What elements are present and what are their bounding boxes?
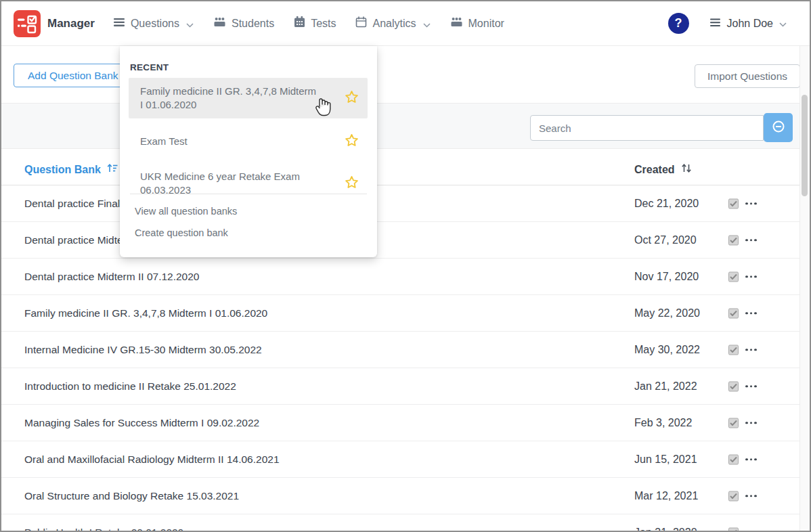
recent-question-bank-item[interactable]: Exam Test <box>129 129 368 154</box>
column-header-question-bank[interactable]: Question Bank <box>24 163 118 176</box>
row-checkbox[interactable] <box>728 381 739 391</box>
row-created: Mar 12, 2021 <box>634 490 698 502</box>
chevron-down-icon <box>186 18 194 30</box>
star-favorite-icon[interactable] <box>345 133 359 150</box>
chevron-down-icon <box>423 18 431 30</box>
users-icon <box>450 17 463 30</box>
check-icon <box>730 529 737 532</box>
row-actions-menu-icon[interactable] <box>744 236 758 244</box>
recent-section-label: RECENT <box>130 62 169 72</box>
table-row[interactable]: Dental practice Midterm II 07.12.2020 No… <box>1 259 810 295</box>
chevron-down-icon <box>779 18 787 30</box>
dropdown-recent-list: Family medicine II GR. 3,4,7,8 Midterm I… <box>129 78 368 202</box>
scrollbar-thumb[interactable] <box>802 95 808 196</box>
minus-circle-icon <box>771 119 786 136</box>
search-input[interactable] <box>530 115 764 141</box>
nav-label-analytics: Analytics <box>372 18 416 30</box>
row-checkbox[interactable] <box>728 454 739 464</box>
create-question-bank-link[interactable]: Create question bank <box>135 227 228 238</box>
row-actions-menu-icon[interactable] <box>744 419 758 427</box>
row-created: May 22, 2020 <box>634 307 700 319</box>
column-label: Question Bank <box>24 164 101 176</box>
row-actions-menu-icon[interactable] <box>744 529 758 532</box>
check-icon <box>730 237 737 243</box>
import-questions-button[interactable]: Import Questions <box>695 64 800 88</box>
star-favorite-icon[interactable] <box>345 175 359 192</box>
row-name: Introduction to medicine II Retake 25.01… <box>24 380 236 393</box>
row-checkbox[interactable] <box>728 491 739 501</box>
star-favorite-icon[interactable] <box>345 90 359 106</box>
row-name: Family medicine II GR. 3,4,7,8 Midterm I… <box>24 307 267 319</box>
check-icon <box>730 347 737 353</box>
calendar-outline-icon <box>355 16 367 30</box>
hamburger-icon <box>709 18 721 30</box>
user-name: John Doe <box>727 18 774 30</box>
check-icon <box>730 383 737 389</box>
scrollbar-track[interactable] <box>799 46 810 532</box>
row-checkbox[interactable] <box>728 308 739 318</box>
column-label: Created <box>634 164 675 176</box>
nav-label-tests: Tests <box>311 18 336 30</box>
table-row[interactable]: Oral and Maxillofacial Radiology Midterm… <box>1 441 810 478</box>
row-name: Internal Medicine IV GR.15-30 Midterm 30… <box>24 344 262 356</box>
questions-dropdown-panel: RECENT Family medicine II GR. 3,4,7,8 Mi… <box>120 46 377 257</box>
column-header-created[interactable]: Created <box>634 163 692 176</box>
users-icon <box>213 17 226 30</box>
row-name: Oral and Maxillofacial Radiology Midterm… <box>24 453 280 466</box>
table-row[interactable]: Family medicine II GR. 3,4,7,8 Midterm I… <box>1 295 810 332</box>
row-checkbox[interactable] <box>728 527 739 532</box>
row-created: Oct 27, 2020 <box>634 234 697 246</box>
user-menu[interactable]: John Doe <box>709 18 787 30</box>
check-icon <box>730 420 737 426</box>
row-checkbox[interactable] <box>728 235 739 245</box>
row-created: Jan 31, 2020 <box>634 527 697 532</box>
row-actions-menu-icon[interactable] <box>744 200 758 208</box>
row-name: Managing Sales for Success Midterm I 09.… <box>24 417 259 429</box>
app-window: Manager Questions <box>0 0 811 532</box>
row-actions-menu-icon[interactable] <box>744 456 758 464</box>
help-button[interactable]: ? <box>668 13 689 34</box>
check-icon <box>730 310 737 316</box>
top-nav: Manager Questions <box>1 1 810 46</box>
calendar-solid-icon <box>294 16 305 30</box>
row-checkbox[interactable] <box>728 198 739 208</box>
check-icon <box>730 456 737 462</box>
check-icon <box>730 200 737 206</box>
nav-item-analytics[interactable]: Analytics <box>355 16 430 30</box>
row-created: Jun 15, 2021 <box>634 453 697 466</box>
sort-amount-up-icon <box>107 163 118 176</box>
menu-lines-icon <box>113 18 125 30</box>
row-actions-menu-icon[interactable] <box>744 346 758 354</box>
table-row[interactable]: Public Health I Retake 20.01.2020 Jan 31… <box>1 514 810 532</box>
nav-label-students: Students <box>232 18 274 30</box>
nav-label-questions: Questions <box>131 18 179 30</box>
row-checkbox[interactable] <box>728 271 739 282</box>
row-checkbox[interactable] <box>728 418 739 428</box>
check-icon <box>730 273 737 280</box>
row-actions-menu-icon[interactable] <box>744 382 758 391</box>
view-all-question-banks-link[interactable]: View all question banks <box>135 206 237 217</box>
table-row[interactable]: Internal Medicine IV GR.15-30 Midterm 30… <box>1 332 810 368</box>
nav-item-monitor[interactable]: Monitor <box>450 17 504 30</box>
nav-item-students[interactable]: Students <box>213 17 274 30</box>
row-created: Feb 3, 2022 <box>634 417 692 429</box>
clear-search-button[interactable] <box>764 113 793 142</box>
table-row[interactable]: Oral Structure and Biology Retake 15.03.… <box>1 478 810 514</box>
row-checkbox[interactable] <box>728 345 739 355</box>
recent-question-bank-item[interactable]: Family medicine II GR. 3,4,7,8 Midterm I… <box>129 78 368 118</box>
nav-item-tests[interactable]: Tests <box>294 16 336 30</box>
row-actions-menu-icon[interactable] <box>744 492 758 500</box>
table-row[interactable]: Introduction to medicine II Retake 25.01… <box>1 368 810 405</box>
recent-question-bank-item[interactable]: UKR Medicine 6 year Retake Exam 06.03.20… <box>129 164 368 202</box>
nav-item-questions[interactable]: Questions <box>113 17 194 30</box>
app-logo-icon[interactable] <box>14 10 41 37</box>
recent-item-label: Family medicine II GR. 3,4,7,8 Midterm I… <box>129 79 352 117</box>
row-created: Jan 21, 2022 <box>634 380 697 393</box>
row-name: Dental practice Midterm II 07.12.2020 <box>24 271 199 283</box>
row-actions-menu-icon[interactable] <box>744 309 758 317</box>
dropdown-divider <box>130 194 367 194</box>
row-actions-menu-icon[interactable] <box>744 273 758 281</box>
row-name: Public Health I Retake 20.01.2020 <box>24 527 183 532</box>
check-icon <box>730 493 737 499</box>
table-row[interactable]: Managing Sales for Success Midterm I 09.… <box>1 405 810 441</box>
